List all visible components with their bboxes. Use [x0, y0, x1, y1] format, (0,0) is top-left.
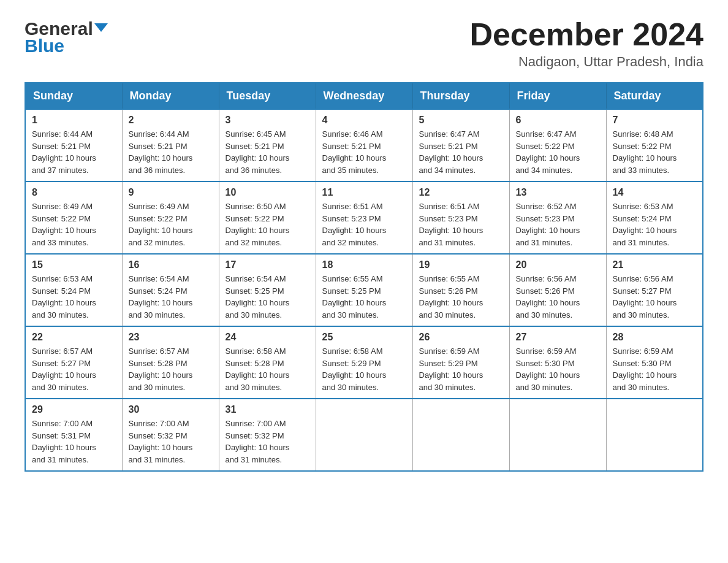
day-number: 18 [322, 259, 406, 270]
day-info: Sunrise: 6:45 AMSunset: 5:21 PMDaylight:… [226, 129, 290, 175]
calendar-cell: 21 Sunrise: 6:56 AMSunset: 5:27 PMDaylig… [606, 254, 703, 326]
calendar-cell: 9 Sunrise: 6:49 AMSunset: 5:22 PMDayligh… [122, 182, 219, 254]
day-info: Sunrise: 6:48 AMSunset: 5:22 PMDaylight:… [613, 129, 677, 175]
day-number: 24 [226, 332, 309, 343]
day-info: Sunrise: 6:47 AMSunset: 5:22 PMDaylight:… [516, 129, 580, 175]
calendar-cell: 2 Sunrise: 6:44 AMSunset: 5:21 PMDayligh… [122, 109, 219, 182]
day-of-week-header: Friday [509, 83, 606, 109]
day-info: Sunrise: 6:53 AMSunset: 5:24 PMDaylight:… [613, 202, 677, 247]
day-of-week-header: Monday [122, 83, 219, 109]
calendar-cell: 20 Sunrise: 6:56 AMSunset: 5:26 PMDaylig… [509, 254, 606, 326]
day-number: 6 [516, 115, 600, 126]
title-section: December 2024 Nadigaon, Uttar Pradesh, I… [469, 18, 703, 70]
calendar-cell: 4 Sunrise: 6:46 AMSunset: 5:21 PMDayligh… [316, 109, 412, 182]
calendar-cell: 1 Sunrise: 6:44 AMSunset: 5:21 PMDayligh… [25, 109, 122, 182]
calendar-cell: 10 Sunrise: 6:50 AMSunset: 5:22 PMDaylig… [219, 182, 316, 254]
day-number: 26 [419, 332, 503, 343]
day-number: 28 [613, 332, 697, 343]
day-info: Sunrise: 6:58 AMSunset: 5:28 PMDaylight:… [226, 347, 290, 392]
day-info: Sunrise: 6:59 AMSunset: 5:30 PMDaylight:… [613, 347, 677, 392]
day-of-week-header: Tuesday [219, 83, 316, 109]
day-number: 14 [613, 187, 697, 198]
day-number: 30 [129, 404, 213, 415]
day-number: 22 [32, 332, 116, 343]
calendar-cell: 8 Sunrise: 6:49 AMSunset: 5:22 PMDayligh… [25, 182, 122, 254]
day-number: 15 [32, 259, 116, 270]
calendar-cell: 12 Sunrise: 6:51 AMSunset: 5:23 PMDaylig… [412, 182, 509, 254]
day-info: Sunrise: 6:54 AMSunset: 5:24 PMDaylight:… [129, 274, 193, 320]
month-title: December 2024 [469, 18, 703, 50]
day-info: Sunrise: 6:56 AMSunset: 5:27 PMDaylight:… [613, 274, 677, 320]
day-of-week-header: Wednesday [316, 83, 412, 109]
day-of-week-header: Sunday [25, 83, 122, 109]
day-info: Sunrise: 6:44 AMSunset: 5:21 PMDaylight:… [32, 129, 96, 175]
day-number: 23 [129, 332, 213, 343]
day-number: 21 [613, 259, 697, 270]
calendar-cell: 22 Sunrise: 6:57 AMSunset: 5:27 PMDaylig… [25, 326, 122, 399]
calendar-cell: 25 Sunrise: 6:58 AMSunset: 5:29 PMDaylig… [316, 326, 412, 399]
day-info: Sunrise: 6:52 AMSunset: 5:23 PMDaylight:… [516, 202, 580, 247]
day-number: 17 [226, 259, 309, 270]
logo: General Blue [25, 18, 108, 56]
calendar-cell: 19 Sunrise: 6:55 AMSunset: 5:26 PMDaylig… [412, 254, 509, 326]
location-text: Nadigaon, Uttar Pradesh, India [469, 54, 703, 70]
day-info: Sunrise: 6:55 AMSunset: 5:26 PMDaylight:… [419, 274, 483, 320]
day-info: Sunrise: 6:49 AMSunset: 5:22 PMDaylight:… [129, 202, 193, 247]
calendar-cell: 3 Sunrise: 6:45 AMSunset: 5:21 PMDayligh… [219, 109, 316, 182]
day-info: Sunrise: 6:59 AMSunset: 5:29 PMDaylight:… [419, 347, 483, 392]
calendar-cell: 30 Sunrise: 7:00 AMSunset: 5:32 PMDaylig… [122, 399, 219, 471]
calendar-cell: 31 Sunrise: 7:00 AMSunset: 5:32 PMDaylig… [219, 399, 316, 471]
day-info: Sunrise: 6:53 AMSunset: 5:24 PMDaylight:… [32, 274, 96, 320]
calendar-cell: 7 Sunrise: 6:48 AMSunset: 5:22 PMDayligh… [606, 109, 703, 182]
calendar-cell: 28 Sunrise: 6:59 AMSunset: 5:30 PMDaylig… [606, 326, 703, 399]
calendar-cell: 6 Sunrise: 6:47 AMSunset: 5:22 PMDayligh… [509, 109, 606, 182]
calendar-cell: 11 Sunrise: 6:51 AMSunset: 5:23 PMDaylig… [316, 182, 412, 254]
day-number: 5 [419, 115, 503, 126]
calendar-cell: 24 Sunrise: 6:58 AMSunset: 5:28 PMDaylig… [219, 326, 316, 399]
calendar-cell: 15 Sunrise: 6:53 AMSunset: 5:24 PMDaylig… [25, 254, 122, 326]
calendar-cell: 13 Sunrise: 6:52 AMSunset: 5:23 PMDaylig… [509, 182, 606, 254]
calendar-cell [606, 399, 703, 471]
day-number: 8 [32, 187, 116, 198]
day-info: Sunrise: 6:57 AMSunset: 5:28 PMDaylight:… [129, 347, 193, 392]
day-info: Sunrise: 6:44 AMSunset: 5:21 PMDaylight:… [129, 129, 193, 175]
calendar-cell: 23 Sunrise: 6:57 AMSunset: 5:28 PMDaylig… [122, 326, 219, 399]
calendar-cell: 27 Sunrise: 6:59 AMSunset: 5:30 PMDaylig… [509, 326, 606, 399]
day-info: Sunrise: 6:58 AMSunset: 5:29 PMDaylight:… [322, 347, 387, 392]
day-info: Sunrise: 7:00 AMSunset: 5:31 PMDaylight:… [32, 419, 96, 464]
day-info: Sunrise: 6:50 AMSunset: 5:22 PMDaylight:… [226, 202, 290, 247]
calendar-cell: 26 Sunrise: 6:59 AMSunset: 5:29 PMDaylig… [412, 326, 509, 399]
day-number: 2 [129, 115, 213, 126]
day-number: 11 [322, 187, 406, 198]
day-number: 31 [226, 404, 309, 415]
logo-blue-text: Blue [25, 36, 64, 56]
day-info: Sunrise: 7:00 AMSunset: 5:32 PMDaylight:… [129, 419, 193, 464]
day-number: 7 [613, 115, 697, 126]
day-of-week-header: Saturday [606, 83, 703, 109]
day-info: Sunrise: 6:51 AMSunset: 5:23 PMDaylight:… [419, 202, 483, 247]
calendar-cell: 29 Sunrise: 7:00 AMSunset: 5:31 PMDaylig… [25, 399, 122, 471]
calendar-cell: 18 Sunrise: 6:55 AMSunset: 5:25 PMDaylig… [316, 254, 412, 326]
day-number: 20 [516, 259, 600, 270]
calendar-cell: 14 Sunrise: 6:53 AMSunset: 5:24 PMDaylig… [606, 182, 703, 254]
day-info: Sunrise: 6:56 AMSunset: 5:26 PMDaylight:… [516, 274, 580, 320]
day-info: Sunrise: 6:54 AMSunset: 5:25 PMDaylight:… [226, 274, 290, 320]
day-of-week-header: Thursday [412, 83, 509, 109]
day-info: Sunrise: 6:46 AMSunset: 5:21 PMDaylight:… [322, 129, 387, 175]
day-number: 3 [226, 115, 309, 126]
calendar-cell [509, 399, 606, 471]
page-header: General Blue December 2024 Nadigaon, Utt… [25, 18, 703, 70]
day-number: 25 [322, 332, 406, 343]
day-number: 4 [322, 115, 406, 126]
calendar-cell: 5 Sunrise: 6:47 AMSunset: 5:21 PMDayligh… [412, 109, 509, 182]
day-info: Sunrise: 6:51 AMSunset: 5:23 PMDaylight:… [322, 202, 387, 247]
day-number: 12 [419, 187, 503, 198]
day-info: Sunrise: 6:49 AMSunset: 5:22 PMDaylight:… [32, 202, 96, 247]
day-info: Sunrise: 6:47 AMSunset: 5:21 PMDaylight:… [419, 129, 483, 175]
svg-marker-0 [94, 23, 108, 32]
calendar-cell: 16 Sunrise: 6:54 AMSunset: 5:24 PMDaylig… [122, 254, 219, 326]
day-info: Sunrise: 7:00 AMSunset: 5:32 PMDaylight:… [226, 419, 290, 464]
day-number: 1 [32, 115, 116, 126]
day-number: 13 [516, 187, 600, 198]
day-number: 19 [419, 259, 503, 270]
